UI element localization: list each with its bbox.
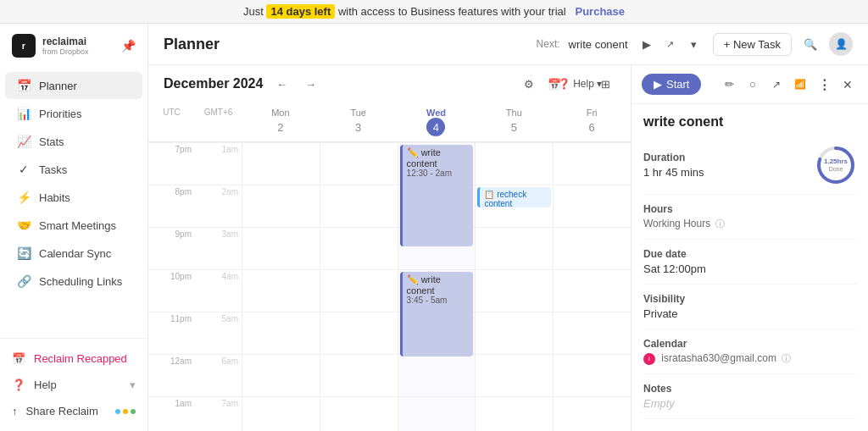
header-right: Next: write conent ▶ ↗ ▾ + New Task 🔍 👤	[537, 32, 853, 56]
external-open-icon[interactable]: ↗	[766, 75, 787, 95]
cell-wed-4[interactable]: ✏️ write conent 3:45 - 5am	[398, 269, 476, 312]
cell-fri-4[interactable]	[553, 269, 631, 312]
sidebar-label-stats: Stats	[39, 135, 64, 148]
sidebar-item-share[interactable]: ↑ Share Reclaim	[0, 398, 147, 424]
cell-tue-3[interactable]	[320, 227, 398, 269]
cell-mon-1[interactable]	[242, 142, 320, 185]
play-icon[interactable]: ▶	[637, 34, 657, 54]
avatar[interactable]: 👤	[829, 32, 853, 56]
sidebar-item-scheduling-links[interactable]: 🔗 Scheduling Links	[5, 268, 142, 295]
sidebar-item-smart-meetings[interactable]: 🤝 Smart Meetings	[5, 212, 142, 239]
next-chevron-icon[interactable]: ▾	[684, 34, 704, 54]
cell-thu-4[interactable]	[475, 269, 553, 312]
cell-tue-5[interactable]	[320, 312, 398, 354]
cell-fri-2[interactable]	[553, 185, 631, 227]
banner-highlight: 14 days left	[266, 4, 335, 19]
sidebar-label-priorities: Priorities	[39, 108, 82, 120]
cell-thu-2[interactable]: 📋 recheck content	[475, 185, 553, 227]
habits-icon: ⚡	[17, 191, 31, 204]
sidebar-bottom: 📅 Reclaim Recapped ❓ Help ▾ ↑ Share Recl…	[0, 338, 147, 431]
cell-mon-7[interactable]	[242, 396, 320, 431]
cell-fri-6[interactable]	[553, 354, 631, 396]
duration-info: Duration 1 hr 45 mins	[643, 152, 704, 179]
cell-tue-1[interactable]	[320, 142, 398, 185]
sidebar-item-priorities[interactable]: 📊 Priorities	[5, 100, 142, 127]
event-write-conent-2[interactable]: ✏️ write conent 3:45 - 5am	[400, 272, 474, 356]
cell-thu-3[interactable]	[475, 227, 553, 269]
help-circle-icon[interactable]: ❓ Help ▾	[570, 74, 590, 94]
cell-thu-7[interactable]	[475, 396, 553, 431]
cell-fri-3[interactable]	[553, 227, 631, 269]
time-label-11pm: 11pm	[148, 312, 195, 354]
circle-value: 1.25hrs	[824, 157, 848, 166]
reclaim-recapped-item[interactable]: 📅 Reclaim Recapped	[0, 345, 147, 372]
cell-mon-2[interactable]	[242, 185, 320, 227]
cell-wed-6[interactable]	[398, 354, 476, 396]
day-header-fri[interactable]: Fri 6	[553, 102, 631, 141]
day-header-wed[interactable]: Wed 4	[398, 102, 476, 141]
cell-mon-6[interactable]	[242, 354, 320, 396]
cell-tue-6[interactable]	[320, 354, 398, 396]
more-options-icon[interactable]: ⋮	[814, 75, 834, 95]
start-button[interactable]: ▶ Start	[642, 74, 701, 95]
sidebar-item-tasks[interactable]: ✓ Tasks	[5, 156, 142, 183]
cell-fri-7[interactable]	[553, 396, 631, 431]
cell-fri-5[interactable]	[553, 312, 631, 354]
cell-thu-5[interactable]	[475, 312, 553, 354]
calendar-info-icon[interactable]: ⓘ	[782, 353, 791, 363]
event-title-2: ✏️ write conent	[407, 274, 470, 296]
cell-thu-6[interactable]	[475, 354, 553, 396]
trial-banner: Just 14 days left with access to Busines…	[0, 0, 868, 24]
cell-tue-4[interactable]	[320, 269, 398, 312]
day-header-tue[interactable]: Tue 3	[320, 102, 398, 141]
sidebar-item-help[interactable]: ❓ Help ▾	[0, 372, 147, 398]
sidebar-label-planner: Planner	[39, 80, 77, 92]
next-month-button[interactable]: →	[300, 74, 320, 94]
pin-icon[interactable]: 📌	[121, 39, 136, 52]
cell-wed-7[interactable]	[398, 396, 476, 431]
day-header-thu[interactable]: Thu 5	[475, 102, 553, 141]
main-layout: r reclaimai from Dropbox 📌 📅 Planner 📊 P…	[0, 24, 868, 431]
sidebar-item-stats[interactable]: 📈 Stats	[5, 128, 142, 155]
cell-mon-3[interactable]	[242, 227, 320, 269]
cell-mon-5[interactable]	[242, 312, 320, 354]
layout-icon[interactable]: ⊞	[595, 74, 615, 94]
gmt-header: GMT+6	[195, 102, 242, 141]
reclaim-recapped-icon: 📅	[12, 352, 25, 365]
logo-sub: from Dropbox	[42, 47, 89, 56]
cell-tue-2[interactable]	[320, 185, 398, 227]
share-icon: ↑	[12, 405, 18, 417]
time-label-10pm: 10pm	[148, 269, 195, 312]
sidebar-label-habits: Habits	[39, 191, 70, 204]
cell-wed-1[interactable]: ✏️ write content 12:30 - 2am	[398, 142, 476, 185]
purchase-link[interactable]: Purchase	[576, 5, 626, 18]
notes-value[interactable]: Empty	[643, 397, 856, 410]
close-icon[interactable]: ✕	[837, 75, 858, 95]
hours-info-icon[interactable]: ⓘ	[715, 218, 725, 229]
sidebar-item-calendar-sync[interactable]: 🔄 Calendar Sync	[5, 240, 142, 267]
event-write-content-1[interactable]: ✏️ write content 12:30 - 2am	[400, 145, 474, 246]
check-circle-icon[interactable]: ○	[743, 75, 763, 95]
time-label-8pm: 8pm	[148, 185, 195, 227]
field-notes: Notes Empty	[643, 374, 856, 419]
calendar-account-icon: i	[643, 353, 655, 365]
detail-actions: ✏ ○ ↗ 📶 ⋮ ✕	[719, 75, 858, 95]
prev-month-button[interactable]: ←	[271, 74, 292, 94]
sidebar-item-habits[interactable]: ⚡ Habits	[5, 184, 142, 211]
edit-icon[interactable]: ✏	[719, 75, 739, 95]
external-link-icon[interactable]: ↗	[660, 34, 681, 54]
utc-header: UTC	[148, 102, 195, 141]
due-date-label: Due date	[643, 248, 856, 260]
cell-thu-1[interactable]	[475, 142, 553, 185]
search-icon[interactable]: 🔍	[800, 34, 821, 54]
sidebar-item-planner[interactable]: 📅 Planner	[5, 72, 142, 99]
day-header-mon[interactable]: Mon 2	[242, 102, 320, 141]
settings-icon[interactable]: ⚙	[519, 74, 539, 94]
event-recheck-content[interactable]: 📋 recheck content	[477, 187, 551, 207]
new-task-button[interactable]: + New Task	[713, 33, 792, 56]
cell-mon-4[interactable]	[242, 269, 320, 312]
cell-tue-7[interactable]	[320, 396, 398, 431]
cell-fri-1[interactable]	[553, 142, 631, 185]
month-title: December 2024	[164, 76, 263, 91]
analytics-icon[interactable]: 📶	[790, 75, 810, 95]
